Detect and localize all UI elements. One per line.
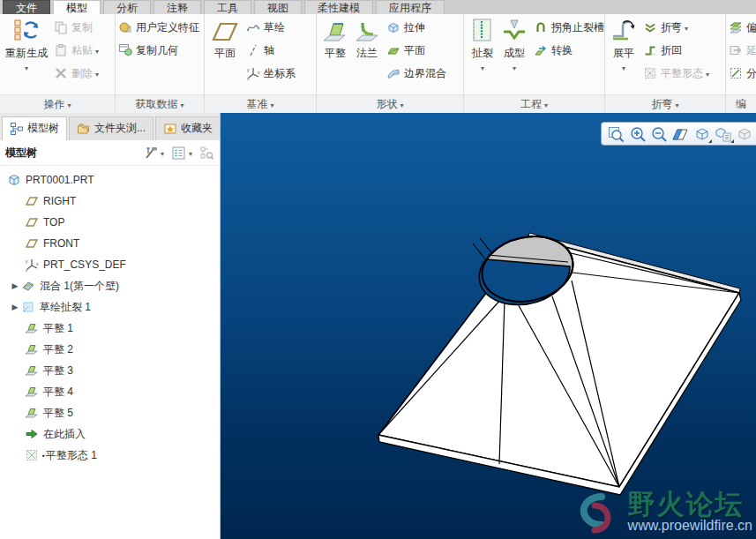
split-button[interactable]: 分 xyxy=(729,62,756,85)
graphics-area[interactable]: 野火论坛 www.proewildfire.cn xyxy=(221,113,756,539)
flange-wall-button[interactable]: 法兰 xyxy=(351,16,383,63)
sheet-metal-model[interactable] xyxy=(221,113,756,539)
tree-settings-arrow-icon xyxy=(186,146,192,159)
group-label-datum[interactable]: 基准 xyxy=(205,94,316,113)
regenerate-button[interactable]: 重新生成 xyxy=(3,16,50,75)
regenerate-dropdown-arrow-icon[interactable] xyxy=(25,61,28,73)
paste-button[interactable]: 粘贴 xyxy=(54,39,99,62)
flat-wall-button[interactable]: 平整 xyxy=(319,16,351,63)
display-style-button[interactable] xyxy=(735,124,756,144)
tree-search-button[interactable] xyxy=(199,146,214,161)
extrude-label: 拉伸 xyxy=(404,20,425,35)
repaint-button[interactable] xyxy=(670,124,691,144)
bend-button[interactable]: 折弯 xyxy=(643,16,709,39)
flatten-dropdown-arrow-icon[interactable] xyxy=(622,61,625,73)
tree-row-front-plane[interactable]: FRONT xyxy=(0,233,220,254)
flatten-button[interactable]: 展平 xyxy=(608,16,640,75)
tab-model-tree[interactable]: 模型树 xyxy=(2,116,67,140)
group-label-bends[interactable]: 折弯 xyxy=(605,94,725,113)
tree-row-blend[interactable]: ▶ 混合 1(第一个壁) xyxy=(0,275,220,296)
tree-row-flat-4[interactable]: 平整 4 xyxy=(0,381,220,402)
extrude-button[interactable]: 拉伸 xyxy=(386,16,446,39)
tree-settings-button[interactable] xyxy=(171,146,192,161)
group-label-operations[interactable]: 操作 xyxy=(0,94,115,113)
tree-label: 平整 5 xyxy=(43,406,73,421)
axis-label: 轴 xyxy=(264,43,274,58)
tree-row-flat-2[interactable]: 平整 2 xyxy=(0,339,220,360)
planar-wall-button[interactable]: 平面 xyxy=(386,39,446,62)
tab-applications[interactable]: 应用程序 xyxy=(376,0,445,14)
tree-row-part[interactable]: PRT0001.PRT xyxy=(0,169,220,191)
csys-button[interactable]: y z x 坐标系 xyxy=(246,62,296,85)
csys-icon: y z x xyxy=(25,258,39,272)
group-bends-body: 展平 折弯 xyxy=(605,14,725,94)
form-dropdown-arrow-icon[interactable] xyxy=(513,61,516,73)
expand-arrow-icon[interactable]: ▶ xyxy=(9,303,21,311)
tree-row-top-plane[interactable]: TOP xyxy=(0,212,220,233)
rip-dropdown-arrow-icon[interactable] xyxy=(481,61,484,73)
tab-folder-browser[interactable]: 文件夹浏... xyxy=(69,116,153,140)
group-shapes-body: 平整 法兰 拉伸 xyxy=(317,14,463,94)
tab-tools[interactable]: 工具 xyxy=(204,0,251,14)
convert-button[interactable]: 转换 xyxy=(534,39,604,62)
tree-row-flat-1[interactable]: 平整 1 xyxy=(0,318,220,339)
form-button[interactable]: 成型 xyxy=(498,16,530,75)
group-label-engineering[interactable]: 工程 xyxy=(464,94,604,113)
flat-wall-icon xyxy=(25,363,39,378)
sketch-button[interactable]: 草绘 xyxy=(246,16,296,39)
saved-orientations-button[interactable] xyxy=(692,124,713,144)
zoom-refit-button[interactable] xyxy=(605,124,626,144)
tree-row-sketched-rip[interactable]: ▶ 草绘扯裂 1 xyxy=(0,296,220,318)
bend-dropdown-arrow-icon[interactable] xyxy=(682,21,688,34)
group-label-editing[interactable]: 编 xyxy=(726,94,756,113)
ribbon-group-editing: 偏 延 分 编 xyxy=(726,14,756,113)
group-label-shapes[interactable]: 形状 xyxy=(317,94,463,113)
tab-annotate[interactable]: 注释 xyxy=(153,0,201,14)
tree-row-flat-3[interactable]: 平整 3 xyxy=(0,360,220,381)
tree-row-right-plane[interactable]: RIGHT xyxy=(0,191,220,212)
offset-button[interactable]: 偏 xyxy=(729,16,756,39)
tab-flexible-modeling[interactable]: 柔性建模 xyxy=(304,0,373,14)
sketch-icon xyxy=(246,20,260,34)
model-tree-icon xyxy=(10,122,24,136)
flat-state-button[interactable]: 平整形态 xyxy=(643,62,709,85)
copy-icon xyxy=(54,20,68,34)
insert-here-icon xyxy=(25,427,39,441)
tree-tools-button[interactable] xyxy=(143,146,164,161)
corner-relief-button[interactable]: 拐角止裂槽 xyxy=(534,16,604,39)
datum-plane-button[interactable]: 平面 xyxy=(207,16,243,63)
tab-file[interactable]: 文件 xyxy=(3,0,50,14)
expand-arrow-icon[interactable]: ▶ xyxy=(9,281,21,290)
group-label-get-data[interactable]: 获取数据 xyxy=(116,94,204,113)
tab-favorites[interactable]: 收藏夹 xyxy=(155,116,221,140)
group-label-editing-text: 编 xyxy=(736,97,746,112)
copy-geometry-icon xyxy=(118,43,132,57)
tree-row-flat-state[interactable]: ▪ 平整形态 1 xyxy=(0,445,220,466)
axis-button[interactable]: 轴 xyxy=(246,39,296,62)
view-manager-button[interactable] xyxy=(713,124,734,144)
flat-state-dropdown-arrow-icon[interactable] xyxy=(703,67,709,79)
tree-row-flat-5[interactable]: 平整 5 xyxy=(0,402,220,423)
folder-browser-icon xyxy=(77,122,91,136)
tab-view[interactable]: 视图 xyxy=(254,0,302,14)
delete-dropdown-arrow-icon[interactable] xyxy=(93,67,99,79)
paste-dropdown-arrow-icon[interactable] xyxy=(93,44,99,56)
convert-icon xyxy=(534,43,548,57)
zoom-in-button[interactable] xyxy=(626,124,647,144)
rip-button[interactable]: 扯裂 xyxy=(467,16,498,75)
tab-analysis[interactable]: 分析 xyxy=(103,0,151,14)
tree-tools-arrow-icon xyxy=(158,146,164,159)
udf-button[interactable]: 用户定义特征 xyxy=(118,16,199,39)
copy-button[interactable]: 复制 xyxy=(54,16,99,39)
zoom-out-button[interactable] xyxy=(648,124,670,144)
boundary-blend-button[interactable]: 边界混合 xyxy=(386,62,446,85)
copy-geometry-button[interactable]: 复制几何 xyxy=(118,39,178,62)
tree-row-insert-here[interactable]: 在此插入 xyxy=(0,423,220,445)
bend-back-button[interactable]: 折回 xyxy=(643,39,709,62)
tree-row-csys[interactable]: y z x PRT_CSYS_DEF xyxy=(0,254,220,275)
delete-button[interactable]: 删除 xyxy=(54,62,99,85)
tab-model[interactable]: 模型 xyxy=(53,0,101,14)
engineering-group-arrow-icon xyxy=(544,98,548,110)
extend-button[interactable]: 延 xyxy=(729,39,756,62)
boundary-blend-icon xyxy=(386,66,400,80)
